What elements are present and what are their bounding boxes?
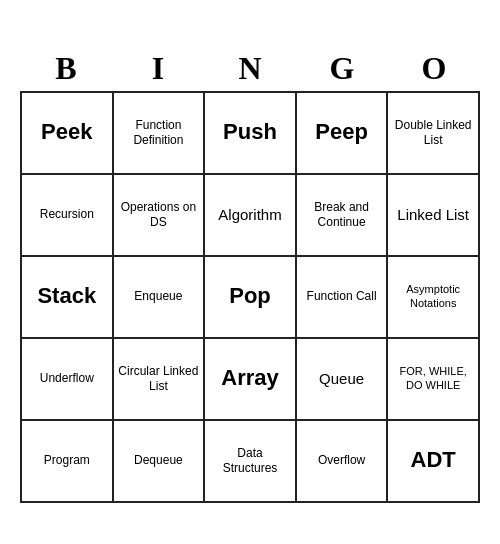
cell-text-1: Function Definition [118,118,200,147]
bingo-cell-7: Algorithm [205,175,297,257]
bingo-cell-17: Array [205,339,297,421]
bingo-cell-6: Operations on DS [114,175,206,257]
header-letter-i: I [114,50,202,87]
cell-text-16: Circular Linked List [118,364,200,393]
cell-text-6: Operations on DS [118,200,200,229]
cell-text-19: FOR, WHILE, DO WHILE [392,365,474,391]
bingo-cell-3: Peep [297,93,389,175]
cell-text-2: Push [223,119,277,145]
header-letter-g: G [298,50,386,87]
bingo-cell-9: Linked List [388,175,480,257]
bingo-cell-18: Queue [297,339,389,421]
bingo-cell-23: Overflow [297,421,389,503]
cell-text-18: Queue [319,370,364,388]
cell-text-20: Program [44,453,90,467]
cell-text-15: Underflow [40,371,94,385]
cell-text-8: Break and Continue [301,200,383,229]
header-letter-o: O [390,50,478,87]
cell-text-9: Linked List [397,206,469,224]
cell-text-10: Stack [37,283,96,309]
cell-text-13: Function Call [307,289,377,303]
bingo-cell-24: ADT [388,421,480,503]
bingo-container: BINGO PeekFunction DefinitionPushPeepDou… [20,42,480,503]
cell-text-11: Enqueue [134,289,182,303]
cell-text-22: Data Structures [209,446,291,475]
bingo-cell-2: Push [205,93,297,175]
cell-text-14: Asymptotic Notations [392,283,474,309]
bingo-header: BINGO [20,42,480,91]
bingo-cell-8: Break and Continue [297,175,389,257]
bingo-cell-19: FOR, WHILE, DO WHILE [388,339,480,421]
cell-text-24: ADT [411,447,456,473]
bingo-cell-10: Stack [22,257,114,339]
bingo-cell-21: Dequeue [114,421,206,503]
header-letter-b: B [22,50,110,87]
cell-text-7: Algorithm [218,206,281,224]
cell-text-0: Peek [41,119,92,145]
cell-text-21: Dequeue [134,453,183,467]
bingo-cell-12: Pop [205,257,297,339]
bingo-cell-13: Function Call [297,257,389,339]
bingo-cell-20: Program [22,421,114,503]
bingo-cell-5: Recursion [22,175,114,257]
bingo-cell-4: Double Linked List [388,93,480,175]
cell-text-23: Overflow [318,453,365,467]
bingo-cell-16: Circular Linked List [114,339,206,421]
bingo-cell-1: Function Definition [114,93,206,175]
bingo-cell-15: Underflow [22,339,114,421]
bingo-cell-22: Data Structures [205,421,297,503]
cell-text-3: Peep [315,119,368,145]
cell-text-17: Array [221,365,278,391]
cell-text-4: Double Linked List [392,118,474,147]
cell-text-5: Recursion [40,207,94,221]
bingo-cell-11: Enqueue [114,257,206,339]
bingo-grid: PeekFunction DefinitionPushPeepDouble Li… [20,91,480,503]
bingo-cell-14: Asymptotic Notations [388,257,480,339]
bingo-cell-0: Peek [22,93,114,175]
cell-text-12: Pop [229,283,271,309]
header-letter-n: N [206,50,294,87]
